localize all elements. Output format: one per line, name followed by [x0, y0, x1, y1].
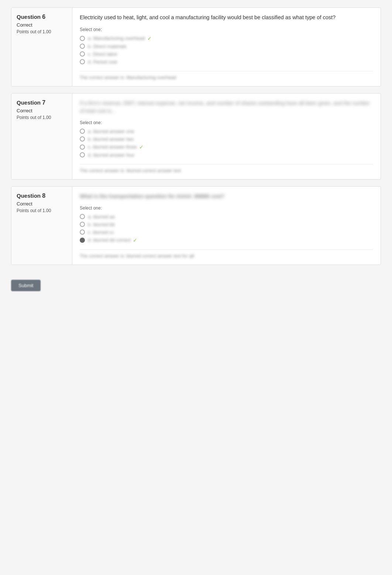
option-8-a[interactable]: a. blurred aa: [80, 213, 373, 221]
option-radio-6-b: [80, 44, 85, 49]
option-text-6-c: c. Direct labor: [88, 51, 117, 57]
correct-answer-7: The correct answer is: blurred correct a…: [80, 168, 373, 173]
option-radio-8-d: [80, 238, 85, 243]
page-container: Question 6 Correct Points out of 1.00 El…: [0, 0, 392, 302]
option-8-c[interactable]: c. blurred cc: [80, 228, 373, 236]
check-icon-6-a: ✓: [147, 35, 152, 41]
check-icon-8-d: ✓: [133, 237, 137, 243]
check-icon-7-c: ✓: [139, 144, 144, 150]
option-7-d[interactable]: d. blurred answer four: [80, 151, 373, 159]
separator-6: [80, 71, 373, 71]
separator-8: [80, 249, 373, 250]
options-list-6: a. Manufacturing overhead ✓ b. Direct ma…: [80, 34, 373, 66]
question-meta-8: Question 8 Correct Points out of 1.00: [11, 187, 72, 265]
status-correct-8: Correct: [17, 201, 67, 207]
correct-answer-6: The correct answer is: Manufacturing ove…: [80, 75, 373, 80]
option-radio-6-a: [80, 36, 85, 41]
option-text-8-a: a. blurred aa: [88, 214, 115, 220]
option-7-c[interactable]: c. blurred answer three ✓: [80, 143, 373, 151]
option-radio-7-b: [80, 136, 85, 142]
question-label-7: Question 7: [17, 99, 67, 106]
option-radio-7-d: [80, 152, 85, 157]
option-text-6-b: b. Direct materials: [88, 44, 127, 49]
question-text-8: What is the transportation question for …: [80, 193, 373, 200]
option-text-8-b: b. blurred bb: [88, 222, 115, 227]
select-one-8: Select one:: [80, 205, 373, 211]
option-text-7-d: d. blurred answer four: [88, 152, 134, 158]
option-radio-6-d: [80, 59, 85, 64]
option-text-7-c: c. blurred answer three: [88, 144, 137, 150]
status-correct-6: Correct: [17, 22, 67, 28]
points-label-7: Points out of 1.00: [17, 115, 67, 120]
option-radio-6-c: [80, 51, 85, 57]
question-meta-6: Question 6 Correct Points out of 1.00: [11, 8, 72, 86]
status-correct-7: Correct: [17, 108, 67, 113]
question-number-8: 8: [42, 193, 45, 199]
option-radio-8-b: [80, 222, 85, 227]
option-radio-7-a: [80, 129, 85, 134]
option-text-8-d: d. blurred dd correct: [88, 237, 131, 243]
option-6-a[interactable]: a. Manufacturing overhead ✓: [80, 34, 373, 42]
question-meta-7: Question 7 Correct Points out of 1.00: [11, 93, 72, 179]
footer-area: Submit: [11, 276, 381, 295]
option-text-6-a: a. Manufacturing overhead: [88, 35, 145, 41]
question-text-7: If a firm's revenue, EBIT, interest expe…: [80, 99, 373, 115]
question-content-7: If a firm's revenue, EBIT, interest expe…: [72, 93, 381, 179]
option-text-7-a: a. blurred answer one: [88, 129, 134, 134]
option-text-6-d: d. Period cost: [88, 59, 117, 65]
question-label-8: Question 8: [17, 193, 67, 199]
separator-7: [80, 164, 373, 164]
option-8-b[interactable]: b. blurred bb: [80, 221, 373, 228]
select-one-6: Select one:: [80, 27, 373, 32]
submit-button[interactable]: Submit: [11, 280, 41, 291]
correct-answer-8: The correct answer is: blurred correct a…: [80, 254, 373, 259]
question-content-6: Electricity used to heat, light, and coo…: [72, 8, 381, 86]
question-text-6: Electricity used to heat, light, and coo…: [80, 14, 373, 22]
option-radio-8-c: [80, 229, 85, 235]
option-7-b[interactable]: b. blurred answer two: [80, 135, 373, 143]
question-block-6: Question 6 Correct Points out of 1.00 El…: [11, 7, 381, 86]
option-6-c[interactable]: c. Direct labor: [80, 50, 373, 58]
option-7-a[interactable]: a. blurred answer one: [80, 127, 373, 135]
option-text-7-b: b. blurred answer two: [88, 136, 134, 142]
select-one-7: Select one:: [80, 120, 373, 125]
question-content-8: What is the transportation question for …: [72, 187, 381, 265]
question-word-6: Question: [17, 14, 41, 20]
points-label-8: Points out of 1.00: [17, 208, 67, 213]
options-list-7: a. blurred answer one b. blurred answer …: [80, 127, 373, 159]
question-block-7: Question 7 Correct Points out of 1.00 If…: [11, 93, 381, 180]
question-word-7: Question: [17, 99, 41, 106]
option-radio-8-a: [80, 214, 85, 219]
option-text-8-c: c. blurred cc: [88, 229, 114, 235]
question-number-6: 6: [42, 14, 45, 20]
question-word-8: Question: [17, 193, 41, 199]
question-block-8: Question 8 Correct Points out of 1.00 Wh…: [11, 186, 381, 265]
option-radio-7-c: [80, 144, 85, 150]
option-6-d[interactable]: d. Period cost: [80, 58, 373, 66]
option-8-d[interactable]: d. blurred dd correct ✓: [80, 236, 373, 244]
option-6-b[interactable]: b. Direct materials: [80, 42, 373, 50]
points-label-6: Points out of 1.00: [17, 29, 67, 34]
question-label-6: Question 6: [17, 14, 67, 20]
question-number-7: 7: [42, 99, 45, 106]
options-list-8: a. blurred aa b. blurred bb c. blurred c…: [80, 213, 373, 244]
